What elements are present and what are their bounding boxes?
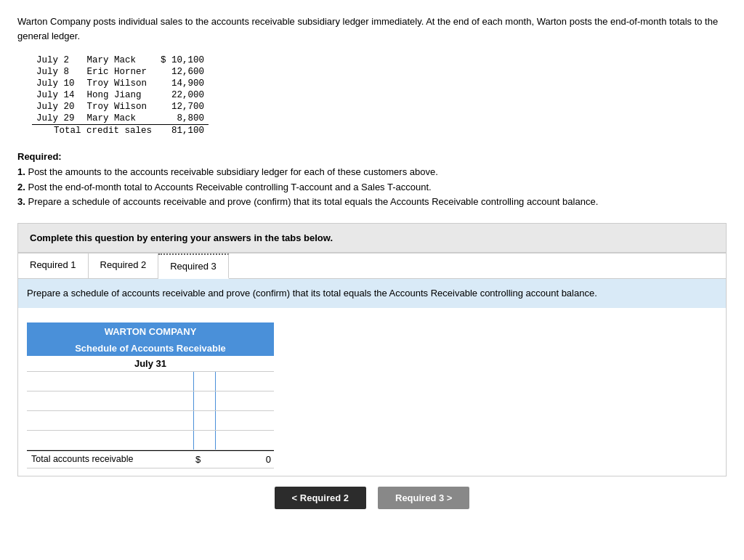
required-section: Required: 1. Post the amounts to the acc… bbox=[17, 150, 727, 210]
schedule-name-input[interactable] bbox=[27, 431, 193, 450]
sales-row: July 8 Eric Horner 12,600 bbox=[32, 66, 209, 78]
schedule-dollar-cell bbox=[194, 431, 216, 450]
schedule-row-0 bbox=[27, 372, 274, 391]
prev-button[interactable]: < Required 2 bbox=[275, 487, 366, 509]
schedule-section: WARTON COMPANY Schedule of Accounts Rece… bbox=[18, 308, 726, 476]
total-dollar-sign: $ bbox=[194, 451, 216, 468]
schedule-table: WARTON COMPANY Schedule of Accounts Rece… bbox=[27, 322, 274, 468]
required-label: Required: bbox=[17, 151, 62, 162]
sales-table: July 2 Mary Mack $ 10,100July 8 Eric Hor… bbox=[32, 54, 727, 137]
schedule-amount-input[interactable] bbox=[216, 372, 274, 391]
schedule-title: Schedule of Accounts Receivable bbox=[27, 341, 274, 356]
total-amount: 81,100 bbox=[156, 125, 209, 137]
schedule-name-input[interactable] bbox=[27, 372, 193, 391]
sales-row: July 14 Hong Jiang 22,000 bbox=[32, 89, 209, 101]
next-button[interactable]: Required 3 > bbox=[378, 487, 469, 509]
total-row: Total accounts receivable $ 0 bbox=[27, 450, 274, 468]
schedule-amount-cell[interactable] bbox=[216, 411, 274, 430]
total-accounts-label: Total accounts receivable bbox=[27, 451, 194, 467]
sales-row: July 20 Troy Wilson 12,700 bbox=[32, 101, 209, 113]
sales-row: July 10 Troy Wilson 14,900 bbox=[32, 78, 209, 89]
schedule-name-cell[interactable] bbox=[27, 411, 194, 430]
schedule-amount-input[interactable] bbox=[216, 411, 274, 430]
schedule-amount-cell[interactable] bbox=[216, 372, 274, 391]
schedule-amount-cell[interactable] bbox=[216, 391, 274, 410]
schedule-name-input[interactable] bbox=[27, 391, 193, 410]
schedule-amount-input[interactable] bbox=[216, 391, 274, 410]
schedule-amount-cell[interactable] bbox=[216, 431, 274, 450]
tab-content: Prepare a schedule of accounts receivabl… bbox=[18, 279, 726, 308]
sales-row: July 29 Mary Mack 8,800 bbox=[32, 113, 209, 125]
schedule-company: WARTON COMPANY bbox=[27, 322, 274, 341]
schedule-date: July 31 bbox=[27, 356, 274, 372]
total-label: Total credit sales bbox=[32, 125, 156, 137]
requirement-item: 2. Post the end-of-month total to Accoun… bbox=[17, 180, 727, 195]
tab-req2[interactable]: Required 2 bbox=[89, 253, 159, 278]
intro-text: Warton Company posts individual sales to… bbox=[17, 15, 727, 43]
complete-box: Complete this question by entering your … bbox=[17, 223, 727, 253]
requirement-item: 3. Prepare a schedule of accounts receiv… bbox=[17, 195, 727, 210]
schedule-row-3 bbox=[27, 431, 274, 450]
schedule-row-2 bbox=[27, 411, 274, 431]
total-amount-value: 0 bbox=[216, 451, 274, 468]
schedule-name-cell[interactable] bbox=[27, 372, 194, 391]
schedule-row-1 bbox=[27, 391, 274, 411]
requirement-item: 1. Post the amounts to the accounts rece… bbox=[17, 165, 727, 180]
tab-req1[interactable]: Required 1 bbox=[18, 253, 89, 278]
schedule-name-cell[interactable] bbox=[27, 431, 194, 450]
schedule-name-cell[interactable] bbox=[27, 391, 194, 410]
sales-row: July 2 Mary Mack $ 10,100 bbox=[32, 54, 209, 66]
schedule-amount-input[interactable] bbox=[216, 431, 274, 450]
schedule-dollar-cell bbox=[194, 391, 216, 410]
nav-buttons: < Required 2 Required 3 > bbox=[17, 487, 727, 509]
schedule-dollar-cell bbox=[194, 411, 216, 430]
tabs-container: Required 1Required 2Required 3 Prepare a… bbox=[17, 253, 727, 476]
schedule-name-input[interactable] bbox=[27, 411, 193, 430]
tabs-row: Required 1Required 2Required 3 bbox=[18, 253, 726, 279]
schedule-dollar-cell bbox=[194, 372, 216, 391]
tab-req3[interactable]: Required 3 bbox=[158, 253, 229, 279]
